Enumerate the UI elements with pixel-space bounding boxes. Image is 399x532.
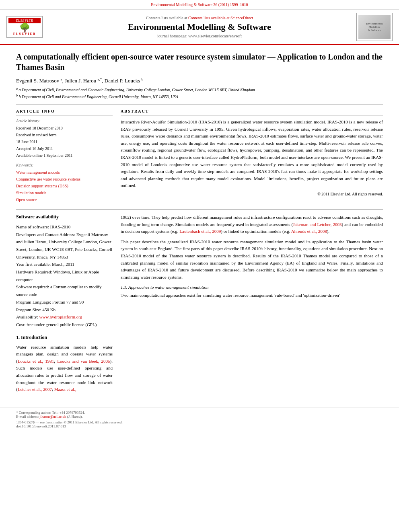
ref-loucks2005: Loucks and van Beek, 2005 [57, 359, 110, 364]
right-para-2: This paper describes the generalized IRA… [121, 238, 383, 281]
elsevier-tree-icon: 🌳 [8, 23, 41, 32]
keyword-4: Simulation models [16, 189, 113, 196]
journal-corner-image: EnvironmentalModelling& Software [356, 13, 393, 41]
top-bar: Environmental Modelling & Software 26 (2… [0, 0, 399, 10]
sw-language: Program Language: Fortran 77 and 90 [16, 298, 113, 306]
journal-homepage: journal homepage: www.elsevier.com/locat… [47, 34, 352, 38]
footer-doi: doi:10.1016/j.envsoft.2011.07.013 [16, 424, 383, 428]
right-para-1: 1962) over time. They help predict how d… [121, 214, 383, 235]
page: Environmental Modelling & Software 26 (2… [0, 0, 399, 532]
footer-copyright: 1364-8152/$ — see front matter © 2011 El… [16, 420, 383, 424]
journal-reference: Environmental Modelling & Software 26 (2… [151, 2, 248, 7]
corner-thumbnail: EnvironmentalModelling& Software [358, 15, 391, 39]
journal-header: ELSEVIER 🌳 ELSEVIER Contents lists avail… [0, 10, 399, 45]
email-note: E-mail address: j.harou@ucl.ac.uk (J. Ha… [16, 415, 383, 419]
accepted-date: Accepted 16 July 2011 [16, 145, 113, 152]
ref-loucks1981: Loucks et al., 1981 [18, 359, 54, 364]
divider-1 [16, 105, 383, 105]
hydroplatform-link[interactable]: www.hydroplatform.org [39, 314, 82, 319]
sw-developers: Developers and Contact Address: Evgenii … [16, 231, 113, 261]
abstract-column: ABSTRACT Interactive River-Aquifer Simul… [121, 109, 383, 203]
affiliation-a: a a Department of Civil, Environmental a… [16, 86, 383, 93]
page-footer: * Corresponding author. Tel.: +44 207679… [0, 407, 399, 431]
sw-name: Name of software: IRAS-2010 [16, 223, 113, 231]
main-content: A computationally efficient open-source … [0, 45, 399, 403]
keywords-section: Keywords: Water management models Conjun… [16, 163, 113, 203]
introduction-title: 1. Introduction [16, 335, 113, 341]
ref-letcher2007: Letcher et al., 2007 [18, 387, 52, 392]
abstract-header: ABSTRACT [121, 109, 383, 115]
received-date: Received 18 December 2010 [16, 125, 113, 131]
software-availability-title: Software availability [16, 214, 113, 220]
keyword-3: Decision support systems (DSS) [16, 183, 113, 189]
intro-label: Introduction [21, 335, 47, 340]
article-title: A computationally efficient open-source … [16, 51, 383, 72]
journal-center: Contents lists available at Contents lis… [47, 16, 352, 38]
abstract-text: Interactive River-Aquifer Simulation-201… [121, 119, 383, 189]
received-revised-label: Received in revised form [16, 131, 113, 138]
ref-ahrends2008: Ahrends et al., 2008 [291, 229, 327, 234]
contents-available-line: Contents lists available at Contents lis… [47, 16, 352, 20]
copyright-line: © 2011 Elsevier Ltd. All rights reserved… [121, 192, 383, 196]
authors-line: Evgenii S. Matrosov a, Julien J. Harou a… [16, 77, 383, 84]
right-para-3: Two main computational approaches exist … [121, 292, 383, 299]
sw-size: Program Size: 450 Kb [16, 306, 113, 314]
keyword-2: Conjunctive use water resource systems [16, 176, 113, 183]
keyword-1: Water management models [16, 169, 113, 176]
intro-paragraph: Water resource simulation models help wa… [16, 344, 113, 393]
available-online: Available online 1 September 2011 [16, 152, 113, 159]
article-info-column: ARTICLE INFO Article history: Received 1… [16, 109, 113, 203]
corner-text: EnvironmentalModelling& Software [365, 21, 384, 33]
body-content: Software availability Name of software: … [16, 214, 383, 396]
sw-software-req: Software required: a Fortran compiler to… [16, 283, 113, 298]
affiliation-b: b b Department of Civil and Environmenta… [16, 93, 383, 100]
footer-notes: * Corresponding author. Tel.: +44 207679… [16, 411, 383, 419]
article-dates: Received 18 December 2010 Received in re… [16, 125, 113, 159]
sw-year: Year first available: March, 2011 [16, 261, 113, 268]
subsection-label: Approaches to water management simulatio… [128, 285, 208, 290]
keywords-label: Keywords: [16, 163, 113, 167]
affiliations: a a Department of Civil, Environmental a… [16, 86, 383, 100]
keyword-5: Open-source [16, 196, 113, 203]
corresponding-author-note: * Corresponding author. Tel.: +44 207679… [16, 411, 383, 415]
email-link[interactable]: j.harou@ucl.ac.uk [39, 415, 66, 419]
journal-title: Environmental Modelling & Software [47, 22, 352, 32]
sw-hardware: Hardware Required: Windows, Linux or App… [16, 268, 113, 283]
received-revised-date: 18 June 2011 [16, 138, 113, 145]
sw-availability: Availability: www.hydroplatform.org [16, 313, 113, 321]
elsevier-name-label: ELSEVIER [8, 32, 41, 36]
article-info-header: ARTICLE INFO [16, 109, 113, 115]
elsevier-logo-box: ELSEVIER 🌳 ELSEVIER [6, 16, 43, 38]
ref-lautenbach2009: Lautenbach et al., 2009 [179, 229, 221, 234]
body-right-column: 1962) over time. They help predict how d… [121, 214, 383, 396]
ref-jakeman2003: Jakeman and Letcher, 2003 [293, 222, 341, 227]
elsevier-logo: ELSEVIER 🌳 ELSEVIER [6, 16, 43, 38]
ref-maass: Maass et al., [54, 387, 76, 392]
article-history-label: Article history: [16, 119, 113, 123]
article-info-abstract-section: ARTICLE INFO Article history: Received 1… [16, 109, 383, 203]
body-left-column: Software availability Name of software: … [16, 214, 113, 396]
divider-2 [16, 210, 383, 210]
sciencedirect-link[interactable]: Contents lists available at ScienceDirec… [188, 16, 253, 20]
subsection-1-1-title: 1.1. Approaches to water management simu… [121, 285, 383, 290]
subsection-number: 1.1. [121, 285, 128, 290]
sw-cost: Cost: free under general public license … [16, 321, 113, 329]
intro-number: 1. [16, 335, 20, 340]
